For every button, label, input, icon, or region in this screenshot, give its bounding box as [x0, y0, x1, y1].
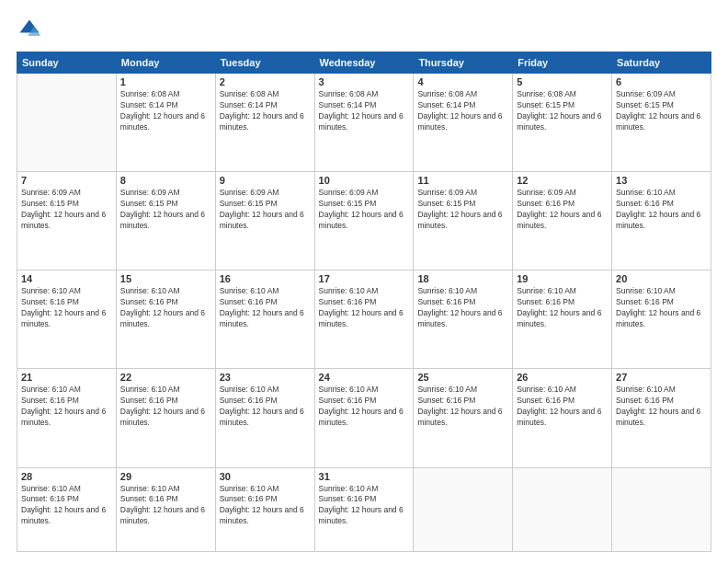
- calendar-container: SundayMondayTuesdayWednesdayThursdayFrid…: [17, 52, 711, 552]
- day-cell: 13Sunrise: 6:10 AM Sunset: 6:16 PM Dayli…: [612, 172, 711, 270]
- week-row-4: 21Sunrise: 6:10 AM Sunset: 6:16 PM Dayli…: [17, 369, 711, 467]
- day-number: 15: [120, 273, 211, 284]
- day-info: Sunrise: 6:09 AM Sunset: 6:15 PM Dayligh…: [120, 188, 211, 232]
- day-number: 11: [417, 175, 508, 186]
- day-cell: 16Sunrise: 6:10 AM Sunset: 6:16 PM Dayli…: [215, 270, 314, 369]
- day-cell: 10Sunrise: 6:09 AM Sunset: 6:15 PM Dayli…: [314, 172, 414, 270]
- day-cell: 12Sunrise: 6:09 AM Sunset: 6:16 PM Dayli…: [513, 172, 612, 270]
- day-info: Sunrise: 6:09 AM Sunset: 6:15 PM Dayligh…: [220, 188, 311, 232]
- day-cell: 26Sunrise: 6:10 AM Sunset: 6:16 PM Dayli…: [513, 369, 612, 467]
- day-info: Sunrise: 6:10 AM Sunset: 6:16 PM Dayligh…: [417, 385, 508, 429]
- weekday-header-saturday: Saturday: [612, 52, 711, 74]
- weekday-header-friday: Friday: [513, 52, 612, 74]
- day-info: Sunrise: 6:10 AM Sunset: 6:16 PM Dayligh…: [417, 286, 508, 330]
- day-cell: 23Sunrise: 6:10 AM Sunset: 6:16 PM Dayli…: [215, 369, 314, 467]
- day-info: Sunrise: 6:10 AM Sunset: 6:16 PM Dayligh…: [616, 385, 707, 429]
- day-number: 20: [616, 273, 707, 284]
- logo: [17, 17, 46, 42]
- day-number: 5: [517, 76, 608, 87]
- day-number: 6: [616, 76, 707, 87]
- day-cell: 18Sunrise: 6:10 AM Sunset: 6:16 PM Dayli…: [414, 270, 513, 369]
- day-number: 25: [417, 372, 508, 383]
- day-info: Sunrise: 6:08 AM Sunset: 6:14 PM Dayligh…: [220, 89, 311, 133]
- day-info: Sunrise: 6:10 AM Sunset: 6:16 PM Dayligh…: [120, 385, 211, 429]
- day-cell: 30Sunrise: 6:10 AM Sunset: 6:16 PM Dayli…: [215, 467, 314, 552]
- day-info: Sunrise: 6:10 AM Sunset: 6:16 PM Dayligh…: [220, 286, 311, 330]
- day-cell: 9Sunrise: 6:09 AM Sunset: 6:15 PM Daylig…: [215, 172, 314, 270]
- day-cell: 21Sunrise: 6:10 AM Sunset: 6:16 PM Dayli…: [17, 369, 117, 467]
- day-number: 19: [517, 273, 608, 284]
- weekday-header-sunday: Sunday: [17, 52, 117, 74]
- day-number: 29: [120, 471, 211, 482]
- weekday-header-wednesday: Wednesday: [314, 52, 414, 74]
- day-info: Sunrise: 6:10 AM Sunset: 6:16 PM Dayligh…: [517, 286, 608, 330]
- day-info: Sunrise: 6:10 AM Sunset: 6:16 PM Dayligh…: [21, 385, 112, 429]
- weekday-header-row: SundayMondayTuesdayWednesdayThursdayFrid…: [17, 52, 711, 74]
- day-number: 8: [120, 175, 211, 186]
- day-number: 26: [517, 372, 608, 383]
- day-cell: [612, 467, 711, 552]
- day-cell: 5Sunrise: 6:08 AM Sunset: 6:15 PM Daylig…: [513, 74, 612, 172]
- day-number: 31: [319, 471, 410, 482]
- day-cell: 28Sunrise: 6:10 AM Sunset: 6:16 PM Dayli…: [17, 467, 117, 552]
- day-info: Sunrise: 6:09 AM Sunset: 6:15 PM Dayligh…: [319, 188, 410, 232]
- day-cell: 15Sunrise: 6:10 AM Sunset: 6:16 PM Dayli…: [116, 270, 215, 369]
- calendar-table: SundayMondayTuesdayWednesdayThursdayFrid…: [17, 52, 711, 552]
- day-cell: 14Sunrise: 6:10 AM Sunset: 6:16 PM Dayli…: [17, 270, 117, 369]
- day-cell: 29Sunrise: 6:10 AM Sunset: 6:16 PM Dayli…: [116, 467, 215, 552]
- day-number: 3: [319, 76, 410, 87]
- day-info: Sunrise: 6:10 AM Sunset: 6:16 PM Dayligh…: [616, 188, 707, 232]
- week-row-5: 28Sunrise: 6:10 AM Sunset: 6:16 PM Dayli…: [17, 467, 711, 552]
- weekday-header-tuesday: Tuesday: [215, 52, 314, 74]
- day-cell: [513, 467, 612, 552]
- day-info: Sunrise: 6:08 AM Sunset: 6:14 PM Dayligh…: [319, 89, 410, 133]
- day-cell: 11Sunrise: 6:09 AM Sunset: 6:15 PM Dayli…: [414, 172, 513, 270]
- day-cell: 17Sunrise: 6:10 AM Sunset: 6:16 PM Dayli…: [314, 270, 414, 369]
- day-info: Sunrise: 6:10 AM Sunset: 6:16 PM Dayligh…: [120, 286, 211, 330]
- day-cell: 2Sunrise: 6:08 AM Sunset: 6:14 PM Daylig…: [215, 74, 314, 172]
- day-number: 27: [616, 372, 707, 383]
- day-info: Sunrise: 6:08 AM Sunset: 6:15 PM Dayligh…: [517, 89, 608, 133]
- day-cell: 7Sunrise: 6:09 AM Sunset: 6:15 PM Daylig…: [17, 172, 117, 270]
- day-info: Sunrise: 6:08 AM Sunset: 6:14 PM Dayligh…: [120, 89, 211, 133]
- day-number: 21: [21, 372, 112, 383]
- day-info: Sunrise: 6:10 AM Sunset: 6:16 PM Dayligh…: [21, 484, 112, 528]
- day-cell: 22Sunrise: 6:10 AM Sunset: 6:16 PM Dayli…: [116, 369, 215, 467]
- day-number: 24: [319, 372, 410, 383]
- day-cell: 24Sunrise: 6:10 AM Sunset: 6:16 PM Dayli…: [314, 369, 414, 467]
- day-info: Sunrise: 6:09 AM Sunset: 6:15 PM Dayligh…: [21, 188, 112, 232]
- day-number: 7: [21, 175, 112, 186]
- day-cell: 1Sunrise: 6:08 AM Sunset: 6:14 PM Daylig…: [116, 74, 215, 172]
- page-header: [17, 17, 711, 42]
- day-info: Sunrise: 6:10 AM Sunset: 6:16 PM Dayligh…: [220, 385, 311, 429]
- day-info: Sunrise: 6:08 AM Sunset: 6:14 PM Dayligh…: [417, 89, 508, 133]
- day-info: Sunrise: 6:09 AM Sunset: 6:16 PM Dayligh…: [517, 188, 608, 232]
- day-number: 4: [417, 76, 508, 87]
- day-cell: 31Sunrise: 6:10 AM Sunset: 6:16 PM Dayli…: [314, 467, 414, 552]
- day-info: Sunrise: 6:10 AM Sunset: 6:16 PM Dayligh…: [616, 286, 707, 330]
- day-number: 17: [319, 273, 410, 284]
- weekday-header-monday: Monday: [116, 52, 215, 74]
- day-cell: [414, 467, 513, 552]
- day-cell: 3Sunrise: 6:08 AM Sunset: 6:14 PM Daylig…: [314, 74, 414, 172]
- day-cell: 20Sunrise: 6:10 AM Sunset: 6:16 PM Dayli…: [612, 270, 711, 369]
- day-number: 28: [21, 471, 112, 482]
- day-info: Sunrise: 6:09 AM Sunset: 6:15 PM Dayligh…: [417, 188, 508, 232]
- day-number: 18: [417, 273, 508, 284]
- day-info: Sunrise: 6:10 AM Sunset: 6:16 PM Dayligh…: [319, 484, 410, 528]
- logo-icon: [17, 17, 42, 42]
- day-number: 1: [120, 76, 211, 87]
- day-number: 12: [517, 175, 608, 186]
- day-number: 2: [220, 76, 311, 87]
- weekday-header-thursday: Thursday: [414, 52, 513, 74]
- week-row-2: 7Sunrise: 6:09 AM Sunset: 6:15 PM Daylig…: [17, 172, 711, 270]
- day-number: 23: [220, 372, 311, 383]
- day-info: Sunrise: 6:10 AM Sunset: 6:16 PM Dayligh…: [220, 484, 311, 528]
- day-cell: 4Sunrise: 6:08 AM Sunset: 6:14 PM Daylig…: [414, 74, 513, 172]
- day-number: 14: [21, 273, 112, 284]
- day-cell: 25Sunrise: 6:10 AM Sunset: 6:16 PM Dayli…: [414, 369, 513, 467]
- day-info: Sunrise: 6:10 AM Sunset: 6:16 PM Dayligh…: [517, 385, 608, 429]
- calendar-page: SundayMondayTuesdayWednesdayThursdayFrid…: [0, 0, 728, 563]
- week-row-1: 1Sunrise: 6:08 AM Sunset: 6:14 PM Daylig…: [17, 74, 711, 172]
- day-info: Sunrise: 6:10 AM Sunset: 6:16 PM Dayligh…: [120, 484, 211, 528]
